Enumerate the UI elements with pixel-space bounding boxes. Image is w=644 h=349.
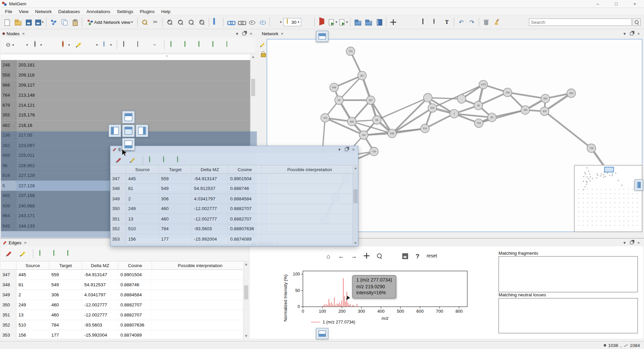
save-project-as-button[interactable]: ▾ bbox=[34, 17, 44, 28]
floating-panel-titlebar[interactable]: Edges ▾ × bbox=[110, 146, 358, 153]
copy-button[interactable] bbox=[59, 17, 69, 28]
color-mapping-button[interactable]: ▾ bbox=[272, 17, 283, 28]
curate-button[interactable]: ✂ bbox=[150, 17, 161, 28]
column-cosine[interactable]: Cosine bbox=[228, 165, 262, 173]
dock-guide-edge-right[interactable] bbox=[635, 180, 643, 191]
edges-layout-1-button[interactable] bbox=[37, 248, 49, 260]
nodes-table-row[interactable]: 248203,181 bbox=[1, 60, 250, 70]
column-delta-mz[interactable]: Delta MZ bbox=[192, 165, 228, 173]
layout-table-2-button[interactable] bbox=[182, 39, 194, 51]
plot-configure-button[interactable] bbox=[387, 250, 397, 261]
paste-button[interactable] bbox=[69, 17, 80, 28]
graph-node[interactable]: 948 bbox=[330, 83, 339, 92]
dock-guide-left[interactable] bbox=[108, 124, 121, 137]
graph-edge[interactable] bbox=[339, 76, 362, 100]
graph-node[interactable]: 357 bbox=[358, 71, 366, 80]
network-minimap[interactable] bbox=[574, 165, 642, 232]
unlink-selection-button[interactable] bbox=[236, 17, 247, 28]
column-target[interactable]: Target bbox=[159, 165, 192, 173]
delete-button[interactable] bbox=[481, 17, 492, 28]
edges-table-row[interactable]: 35113460-12.0027770.8882707 bbox=[1, 310, 243, 320]
nodes-panel-close-button[interactable]: × bbox=[250, 31, 252, 36]
column-target[interactable]: Target bbox=[49, 261, 82, 269]
node-color-button[interactable]: ▾ bbox=[17, 39, 30, 51]
lens-button[interactable]: ▾ bbox=[101, 39, 113, 51]
nodes-table-row[interactable]: 679214,121 bbox=[1, 100, 250, 110]
nodes-panel-float-button[interactable] bbox=[242, 32, 246, 35]
layout-table-4-button[interactable] bbox=[210, 39, 222, 51]
new-project-button[interactable] bbox=[2, 17, 12, 28]
edges-table-row[interactable]: 3488154954.9125370.888746 bbox=[1, 280, 243, 290]
zoom-region-button[interactable] bbox=[196, 17, 207, 28]
scroll-up-icon[interactable] bbox=[252, 56, 254, 58]
graph-node[interactable]: 703 bbox=[346, 47, 355, 56]
matching-fragments-list[interactable] bbox=[498, 256, 638, 292]
reset-color-button[interactable]: ▾ bbox=[59, 39, 71, 51]
plot-pan-button[interactable] bbox=[361, 250, 372, 261]
zoom-out-button[interactable]: − bbox=[175, 17, 186, 28]
scroll-up-icon[interactable] bbox=[245, 263, 247, 265]
pin-nodes-button[interactable] bbox=[316, 17, 327, 28]
menu-plugins[interactable]: Plugins bbox=[137, 8, 158, 15]
lock-icon[interactable] bbox=[260, 50, 266, 57]
text-tool-button[interactable]: T bbox=[442, 17, 452, 28]
network-panel-float-button[interactable] bbox=[630, 32, 633, 35]
graph-node[interactable]: 900 bbox=[541, 94, 550, 103]
menu-annotations[interactable]: Annotations bbox=[83, 8, 114, 15]
graph-node[interactable]: 762 bbox=[359, 131, 368, 140]
ellipse-tool-button[interactable] bbox=[431, 17, 442, 28]
node-size-combobox[interactable]: 30 ▾ bbox=[283, 18, 301, 26]
zoom-in-button[interactable]: + bbox=[164, 17, 175, 28]
edges-layout-1-button[interactable] bbox=[146, 154, 159, 166]
redo-button[interactable]: ↷ bbox=[466, 17, 477, 28]
group-collapse-button[interactable]: ⊖▾ bbox=[3, 39, 16, 51]
edges-table-row[interactable]: 347445559-54.9131470.8901504 bbox=[110, 174, 352, 184]
link-selection-button[interactable] bbox=[225, 17, 236, 28]
menu-view[interactable]: View bbox=[15, 8, 32, 15]
graph-node[interactable] bbox=[424, 93, 432, 102]
network-panel-close-button[interactable]: × bbox=[637, 31, 640, 36]
nodes-panel-menu-button[interactable]: ▾ bbox=[236, 31, 238, 36]
matching-neutral-losses-list[interactable] bbox=[498, 298, 638, 333]
nodes-panel-close-icon[interactable]: × bbox=[22, 31, 25, 36]
edges-table-scrollbar[interactable] bbox=[243, 261, 249, 339]
highlight-button[interactable]: ▾ bbox=[31, 39, 44, 51]
graph-node[interactable]: 935 bbox=[388, 129, 396, 138]
menu-databases[interactable]: Databases bbox=[55, 8, 83, 15]
graph-node[interactable]: 80 bbox=[488, 113, 496, 122]
edges-table-row[interactable]: 353156177-15.9920040.8874089 bbox=[110, 234, 352, 244]
menu-settings[interactable]: Settings bbox=[114, 8, 137, 15]
edges-layout-3-button[interactable] bbox=[64, 248, 77, 260]
plot-home-button[interactable]: ⌂ bbox=[323, 250, 334, 261]
dock-guide-edge-top[interactable] bbox=[316, 31, 329, 42]
edges-table-row[interactable]: 34923064.03417970.8884584 bbox=[1, 290, 243, 300]
edges-table-row[interactable]: 35113460-12.0027770.8882707 bbox=[110, 214, 352, 224]
edit-red-button[interactable] bbox=[3, 248, 16, 260]
color-sphere-button[interactable] bbox=[302, 17, 313, 28]
export-image-button[interactable]: ▾ bbox=[327, 17, 338, 28]
show-items-button[interactable] bbox=[257, 17, 268, 28]
graph-node[interactable]: 533 bbox=[428, 104, 437, 112]
dock-guide-right[interactable] bbox=[136, 124, 148, 137]
minimize-button[interactable]: – bbox=[589, 0, 607, 7]
zoom-reset-button[interactable] bbox=[186, 17, 197, 28]
graph-node[interactable] bbox=[457, 95, 466, 103]
edges-table-row[interactable]: 353156177-15.9920040.8874089 bbox=[1, 330, 243, 339]
menu-file[interactable]: File bbox=[2, 8, 15, 15]
edges-table-row[interactable]: 3488154954.9125370.888746 bbox=[110, 184, 352, 194]
floating-edges-panel[interactable]: Edges ▾ × Source Target Delta MZ Cosine … bbox=[110, 146, 358, 246]
menu-network[interactable]: Network bbox=[32, 8, 55, 15]
nodes-table-row[interactable]: 966209,127 bbox=[1, 80, 250, 90]
edit-yellow-button[interactable] bbox=[17, 248, 30, 260]
process-data-button[interactable] bbox=[48, 17, 59, 28]
plot-back-button[interactable]: ← bbox=[336, 250, 346, 261]
scrollbar-thumb[interactable] bbox=[244, 285, 248, 299]
graph-node[interactable]: 2 bbox=[450, 109, 458, 118]
graph-node[interactable]: 516 bbox=[420, 124, 429, 133]
plot-reset-button[interactable]: reset bbox=[425, 253, 439, 258]
search-input[interactable] bbox=[529, 18, 632, 26]
edges-table-row[interactable]: 352510784-93.56030.88807636 bbox=[110, 224, 352, 234]
scrollbar-thumb[interactable] bbox=[251, 79, 255, 96]
network-tab-close-icon[interactable]: × bbox=[281, 31, 284, 36]
edges-layout-2-button[interactable] bbox=[160, 154, 173, 166]
